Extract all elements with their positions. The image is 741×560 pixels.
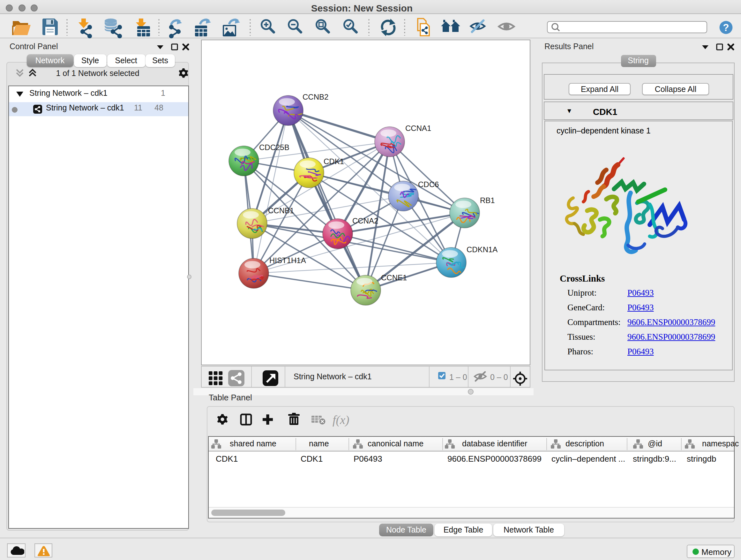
svg-text:f(x): f(x) — [332, 413, 349, 427]
svg-text:CCNB1: CCNB1 — [268, 206, 294, 215]
svg-text:CCNB2: CCNB2 — [302, 92, 328, 101]
svg-text:CDC25B: CDC25B — [259, 143, 289, 152]
svg-text:CCNE1: CCNE1 — [381, 273, 407, 282]
svg-text:CCNA1: CCNA1 — [405, 124, 431, 132]
svg-text:?: ? — [723, 22, 729, 33]
svg-text:CDC6: CDC6 — [418, 180, 439, 189]
svg-text:CDK1: CDK1 — [324, 157, 344, 166]
svg-text:HIST1H1A: HIST1H1A — [269, 256, 306, 265]
svg-text:CCNA2: CCNA2 — [352, 216, 378, 225]
svg-text:CDKN1A: CDKN1A — [467, 245, 497, 254]
svg-text:RB1: RB1 — [480, 196, 495, 205]
